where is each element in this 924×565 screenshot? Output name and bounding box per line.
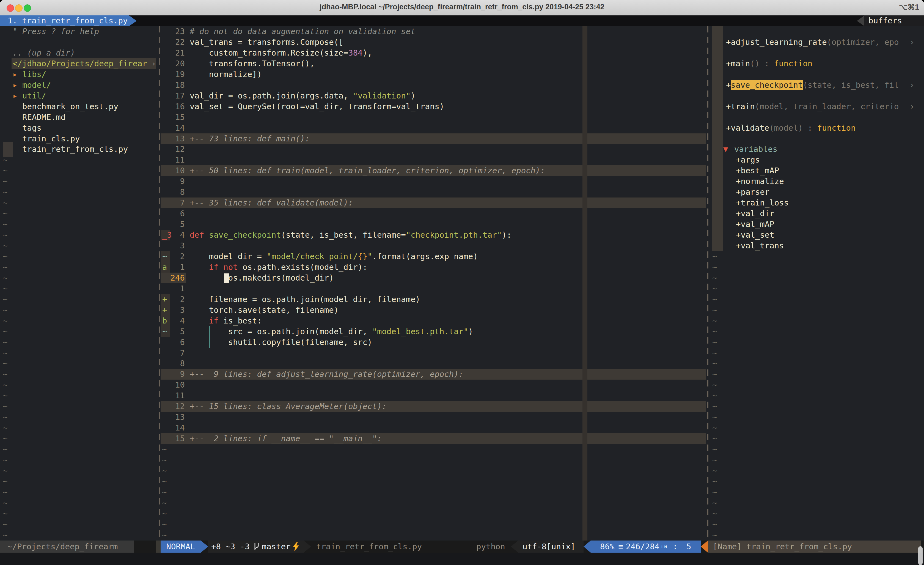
tagbar-item-function[interactable]: +main() : function xyxy=(710,58,924,69)
code-line[interactable]: 13 xyxy=(160,412,706,422)
tilde-marker: ~ xyxy=(3,197,8,208)
tilde-marker: ~ xyxy=(3,487,8,497)
code-token: src = os.path.join(model_dir, xyxy=(190,327,372,336)
tagbar-item-parser[interactable]: +parser xyxy=(710,187,924,197)
code-line[interactable]: 8 xyxy=(160,187,706,197)
buffers-label[interactable]: buffers xyxy=(868,15,902,26)
code-line[interactable]: 3 xyxy=(160,240,706,251)
code-text: +-- 15 lines: class AverageMeter(object)… xyxy=(190,401,387,412)
code-line[interactable]: 1 xyxy=(160,283,706,294)
code-line[interactable]: 6 shutil.copyfile(filename, src) xyxy=(160,337,706,348)
code-line[interactable]: 10+-- 50 lines: def train(model, train_l… xyxy=(160,165,706,176)
tagbar-item-train_loss[interactable]: +train_loss xyxy=(710,197,924,208)
tagbar-section-variables[interactable]: ▼variables xyxy=(710,144,924,155)
tilde-marker: ~ xyxy=(3,433,8,444)
code-token xyxy=(204,230,209,240)
code-line[interactable]: 11 xyxy=(160,390,706,401)
code-line[interactable]: 22val_trans = transforms.Compose([ xyxy=(160,37,706,48)
code-line[interactable]: 19 normalize]) xyxy=(160,69,706,80)
tab-arrow-icon xyxy=(129,15,136,26)
tree-empty-line: ~ xyxy=(0,165,158,176)
tagbar-item-function[interactable]: +train(model, train_loader, criterio› xyxy=(710,101,924,112)
code-line[interactable]: 9+-- 9 lines: def adjust_learning_rate(o… xyxy=(160,369,706,380)
titlebar: jdhao-MBP.local ~/Projects/deep_firearm/… xyxy=(0,0,924,16)
tagbar-blank-line xyxy=(710,48,924,58)
code-line[interactable]: +3 torch.save(state, filename) xyxy=(160,305,706,316)
window-separator[interactable] xyxy=(159,26,160,541)
code-line-current[interactable]: 246 os.makedirs(model_dir) xyxy=(160,273,706,283)
code-line[interactable]: ~5 src = os.path.join(model_dir, "model_… xyxy=(160,326,706,337)
code-token: val_set = QuerySet(root=val_dir, transfo… xyxy=(190,102,444,111)
tagbar-blank-line xyxy=(710,26,924,37)
line-number: 18 xyxy=(170,80,185,90)
tagbar-item-val_mAP[interactable]: +val_mAP xyxy=(710,219,924,230)
code-line[interactable]: 7+-- 35 lines: def validate(model): xyxy=(160,197,706,208)
code-line[interactable]: ~2 model_dir = "model/check_point/{}".fo… xyxy=(160,251,706,262)
code-line[interactable]: 18 xyxy=(160,80,706,90)
code-line[interactable]: 16val_set = QuerySet(root=val_dir, trans… xyxy=(160,101,706,112)
code-line[interactable]: 13+-- 73 lines: def main(): xyxy=(160,134,706,144)
truncation-icon: › xyxy=(910,101,914,112)
code-token: model_dir = xyxy=(190,252,267,261)
tree-empty-line: ~ xyxy=(0,487,158,497)
tagbar-item-val_trans[interactable]: +val_trans xyxy=(710,240,924,251)
tree-item-updir[interactable]: .. (up a dir) xyxy=(0,48,158,58)
code-line[interactable]: +2 filename = os.path.join(model_dir, fi… xyxy=(160,294,706,305)
tabline: 1. train_retr_from_cls.py buffers xyxy=(0,15,924,26)
code-line[interactable]: 23# do not do data augmentation on valid… xyxy=(160,26,706,37)
tree-item-train_retr_from_clspy[interactable]: train_retr_from_cls.py xyxy=(0,144,158,155)
tagbar-item-function[interactable]: +validate(model) : function xyxy=(710,123,924,134)
code-line[interactable]: _34def save_checkpoint(state, is_best, f… xyxy=(160,230,706,240)
tagbar-item-val_dir[interactable]: +val_dir xyxy=(710,208,924,219)
tab-train-retr-from-cls[interactable]: 1. train_retr_from_cls.py xyxy=(0,15,129,26)
code-line[interactable]: 14 xyxy=(160,422,706,433)
code-token: os.makedirs(model_dir) xyxy=(190,273,334,282)
line-number: 1 xyxy=(170,283,185,294)
code-line[interactable]: 8 xyxy=(160,358,706,369)
tagbar-var-label: +val_trans xyxy=(736,240,784,251)
code-line[interactable]: 21 custom_transform.Resize(size=384), xyxy=(160,48,706,58)
tree-updir-label: .. (up a dir) xyxy=(13,48,75,58)
tagbar-item-args[interactable]: +args xyxy=(710,155,924,165)
tree-item-libs[interactable]: ▸libs/ xyxy=(0,69,158,80)
tilde-marker: ~ xyxy=(3,251,8,262)
tagbar-item-function[interactable]: +save_checkpoint(state, is_best, fil› xyxy=(710,80,924,90)
tagbar-item-best_mAP[interactable]: +best_mAP xyxy=(710,165,924,176)
tree-item-READMEmd[interactable]: README.md xyxy=(0,112,158,123)
code-line[interactable]: 12+-- 15 lines: class AverageMeter(objec… xyxy=(160,401,706,412)
code-line[interactable]: 14 xyxy=(160,123,706,134)
tree-root-item[interactable]: </jdhao/Projects/deep_firear› xyxy=(0,58,158,69)
code-line[interactable]: 20 transforms.ToTensor(), xyxy=(160,58,706,69)
code-token: custom_transform.Resize(size= xyxy=(190,48,348,57)
tagbar-item-normalize[interactable]: +normalize xyxy=(710,176,924,187)
tilde-marker: ~ xyxy=(3,240,8,251)
tagbar-token: +train xyxy=(726,102,755,111)
tagbar-item-function[interactable]: +adjust_learning_rate(optimizer, epo› xyxy=(710,37,924,48)
code-line[interactable]: 6 xyxy=(160,208,706,219)
code-line[interactable]: 15+-- 2 lines: if __name__ == "__main__"… xyxy=(160,433,706,444)
tree-item-train_clspy[interactable]: train_cls.py xyxy=(0,134,158,144)
code-line[interactable]: b4 if is_best: xyxy=(160,316,706,326)
tilde-marker: ~ xyxy=(3,466,8,476)
tree-item-model[interactable]: ▸model/ xyxy=(0,80,158,90)
tree-item-tags[interactable]: tags xyxy=(0,123,158,134)
tilde-marker: ~ xyxy=(3,422,8,433)
scrollbar[interactable] xyxy=(918,546,922,565)
tree-dir-label: model/ xyxy=(22,80,51,90)
code-line[interactable]: 17val_dir = os.path.join(args.data, "val… xyxy=(160,90,706,101)
code-line[interactable]: 9 xyxy=(160,176,706,187)
code-line[interactable]: 5 xyxy=(160,219,706,230)
tilde-marker: ~ xyxy=(712,433,717,444)
code-line[interactable]: 15 xyxy=(160,112,706,123)
code-line[interactable]: 7 xyxy=(160,348,706,358)
tagbar-blank-line xyxy=(710,90,924,101)
tree-dir-label: libs/ xyxy=(22,69,46,80)
window-separator[interactable] xyxy=(707,26,708,541)
tree-item-benchmark_on_testpy[interactable]: benchmark_on_test.py xyxy=(0,101,158,112)
code-line[interactable]: a1 if not os.path.exists(model_dir): xyxy=(160,262,706,273)
tree-item-util[interactable]: ▸util/ xyxy=(0,90,158,101)
code-line[interactable]: 12 xyxy=(160,144,706,155)
code-line[interactable]: 10 xyxy=(160,380,706,390)
tagbar-item-val_set[interactable]: +val_set xyxy=(710,230,924,240)
code-line[interactable]: 11 xyxy=(160,155,706,165)
